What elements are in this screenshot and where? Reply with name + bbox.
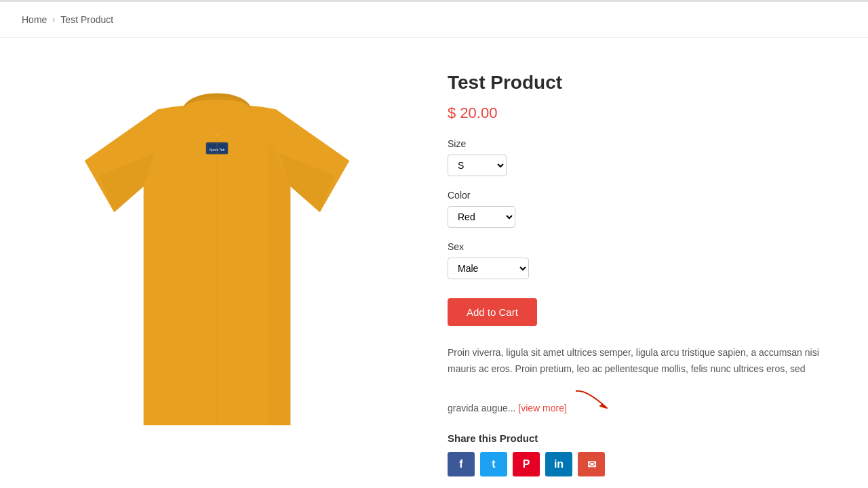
share-title: Share this Product: [448, 432, 827, 444]
sex-label: Sex: [448, 241, 827, 252]
view-more-link[interactable]: [view more]: [518, 403, 567, 413]
share-facebook-button[interactable]: f: [448, 452, 475, 476]
product-details: Test Product $ 20.00 Size S XS M L XL XX…: [448, 65, 827, 476]
main-content: Sport-Tek Test Product $ 20.00 Size S XS…: [0, 38, 868, 488]
share-email-button[interactable]: ✉: [578, 452, 605, 476]
color-select[interactable]: Red Blue Green Black White: [448, 206, 515, 228]
color-label: Color: [448, 190, 827, 201]
color-option-group: Color Red Blue Green Black White: [448, 190, 827, 228]
breadcrumb-separator: ›: [52, 15, 55, 24]
product-title: Test Product: [448, 72, 827, 94]
product-image: Sport-Tek: [41, 65, 393, 476]
share-linkedin-button[interactable]: in: [545, 452, 572, 476]
product-price: $ 20.00: [448, 104, 827, 122]
size-option-group: Size S XS M L XL XXL: [448, 138, 827, 176]
size-select[interactable]: S XS M L XL XXL: [448, 155, 507, 176]
sex-option-group: Sex Male Female Unisex: [448, 241, 827, 279]
breadcrumb: Home › Test Product: [0, 2, 868, 38]
add-to-cart-button[interactable]: Add to Cart: [448, 298, 537, 326]
annotation-arrow: [573, 384, 627, 418]
product-description: Proin viverra, ligula sit amet ultrices …: [448, 345, 827, 416]
product-image-container: Sport-Tek: [41, 65, 393, 476]
description-text: Proin viverra, ligula sit amet ultrices …: [448, 347, 819, 413]
svg-marker-5: [600, 403, 607, 408]
size-label: Size: [448, 138, 827, 149]
breadcrumb-current: Test Product: [60, 14, 113, 25]
share-pinterest-button[interactable]: P: [513, 452, 540, 476]
share-twitter-button[interactable]: t: [480, 452, 507, 476]
share-section: Share this Product f t P in ✉: [448, 432, 827, 476]
breadcrumb-home[interactable]: Home: [22, 14, 47, 25]
share-buttons: f t P in ✉: [448, 452, 827, 476]
sex-select[interactable]: Male Female Unisex: [448, 258, 529, 279]
